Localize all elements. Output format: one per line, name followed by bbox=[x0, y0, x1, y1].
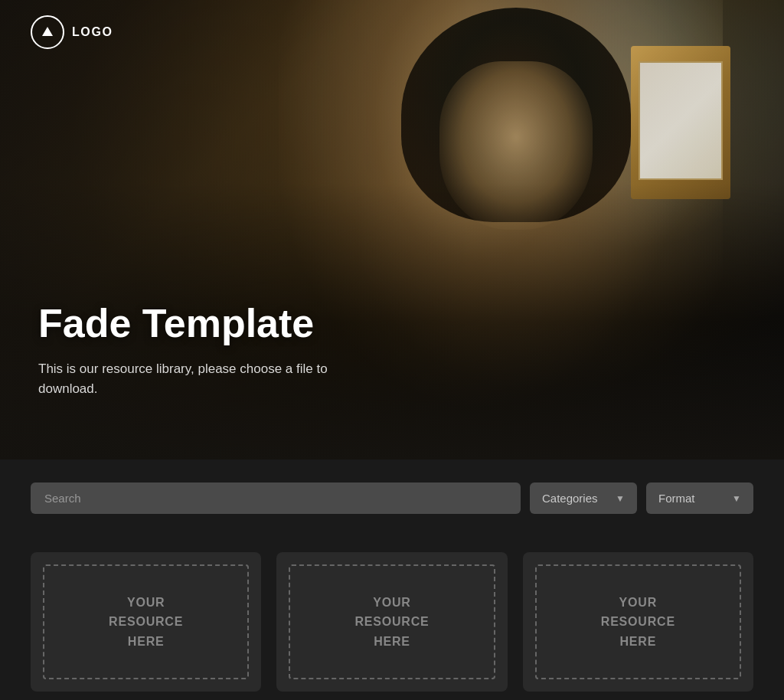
categories-dropdown[interactable]: Categories ▼ bbox=[530, 482, 637, 514]
resource-placeholder-text-2: YOURRESOURCEHERE bbox=[354, 593, 429, 652]
resource-placeholder-1: YOURRESOURCEHERE bbox=[43, 564, 249, 679]
resource-card-1[interactable]: YOURRESOURCEHERE bbox=[31, 552, 261, 692]
format-label: Format bbox=[658, 492, 695, 505]
hero-title: Fade Template bbox=[38, 302, 392, 345]
cards-section: YOURRESOURCEHERE YOURRESOURCEHERE YOURRE… bbox=[0, 537, 784, 700]
resource-card-2[interactable]: YOURRESOURCEHERE bbox=[276, 552, 507, 692]
hero-subtitle: This is our resource library, please cho… bbox=[38, 359, 375, 398]
logo-icon bbox=[40, 25, 55, 40]
search-input[interactable] bbox=[31, 482, 521, 514]
categories-label: Categories bbox=[542, 492, 598, 505]
resource-placeholder-text-3: YOURRESOURCEHERE bbox=[601, 593, 675, 652]
logo-icon-circle bbox=[31, 15, 64, 49]
hero-content: Fade Template This is our resource libra… bbox=[38, 302, 392, 398]
search-input-wrapper bbox=[31, 482, 521, 514]
search-row: Categories ▼ Format ▼ bbox=[31, 482, 753, 514]
search-section: Categories ▼ Format ▼ bbox=[0, 460, 784, 537]
resource-placeholder-3: YOURRESOURCEHERE bbox=[535, 564, 741, 679]
logo[interactable]: LOGO bbox=[31, 15, 113, 49]
hero-section: LOGO Fade Template This is our resource … bbox=[0, 0, 784, 460]
resource-placeholder-2: YOURRESOURCEHERE bbox=[289, 564, 495, 679]
resource-placeholder-text-1: YOURRESOURCEHERE bbox=[109, 593, 183, 652]
navigation: LOGO bbox=[0, 0, 784, 64]
svg-marker-0 bbox=[42, 27, 53, 36]
categories-arrow-icon: ▼ bbox=[616, 493, 625, 504]
logo-label: LOGO bbox=[72, 25, 113, 39]
resource-card-3[interactable]: YOURRESOURCEHERE bbox=[523, 552, 753, 692]
format-dropdown[interactable]: Format ▼ bbox=[646, 482, 753, 514]
cards-grid: YOURRESOURCEHERE YOURRESOURCEHERE YOURRE… bbox=[31, 552, 753, 692]
format-arrow-icon: ▼ bbox=[732, 493, 741, 504]
